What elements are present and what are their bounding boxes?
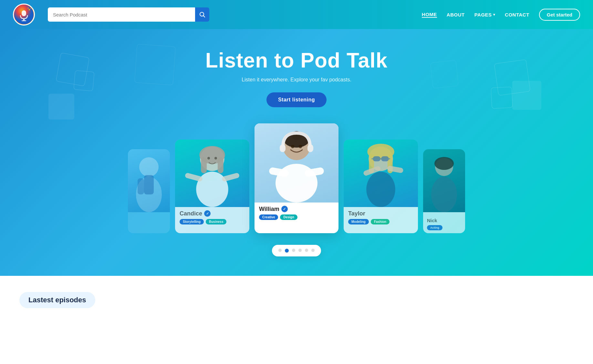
card-name-taylor: Taylor	[348, 210, 413, 217]
logo[interactable]	[13, 4, 35, 26]
nav-about[interactable]: ABOUT	[447, 12, 465, 17]
svg-line-9	[203, 16, 205, 17]
person-silhouette-nick	[423, 149, 465, 212]
svg-rect-38	[381, 156, 389, 161]
nav-pages[interactable]: PAGES ▾	[474, 12, 495, 17]
deco-square-4	[494, 59, 531, 96]
logo-circle	[13, 4, 35, 26]
podcast-card-william[interactable]: William ✓ Creative Design	[255, 123, 338, 233]
deco-square-1	[56, 53, 89, 86]
card-tags-candice: Storytelling Business	[180, 219, 245, 224]
svg-rect-16	[201, 157, 207, 173]
svg-rect-2	[22, 10, 26, 16]
card-image-taylor	[344, 140, 418, 207]
tag-design: Design	[280, 214, 297, 220]
person-silhouette-taylor	[344, 140, 418, 207]
svg-rect-4	[22, 20, 26, 21]
search-button[interactable]	[195, 7, 209, 22]
dot-2[interactable]	[285, 249, 289, 253]
svg-point-8	[200, 12, 204, 16]
card-image-william	[255, 123, 338, 203]
svg-rect-13	[138, 178, 144, 194]
chevron-down-icon: ▾	[493, 13, 495, 17]
svg-point-7	[30, 8, 31, 9]
card-info-william: William ✓ Creative Design	[255, 203, 338, 224]
dot-1[interactable]	[278, 249, 282, 252]
pagination-dots	[272, 245, 321, 256]
hero-section: Listen to Pod Talk Listen it everywhere.…	[0, 29, 593, 276]
svg-rect-19	[184, 172, 203, 182]
logo-icon	[14, 5, 34, 25]
person-silhouette-william	[255, 123, 338, 203]
svg-point-46	[434, 157, 454, 170]
deco-square-3	[48, 94, 74, 120]
dot-3[interactable]	[292, 249, 295, 252]
podcast-card-taylor[interactable]: Taylor Modeling Fashion	[344, 140, 418, 233]
svg-rect-27	[307, 144, 313, 152]
nav: HOME ABOUT PAGES ▾ CONTACT Get started	[422, 9, 580, 21]
svg-rect-20	[222, 172, 240, 182]
tag-creative: Creative	[259, 214, 278, 220]
latest-episodes-badge: Lastest episodes	[19, 292, 95, 308]
svg-rect-3	[23, 19, 25, 20]
tag-modeling: Modeling	[348, 219, 369, 224]
nav-contact[interactable]: CONTACT	[505, 12, 529, 17]
tag-fashion: Fashion	[371, 219, 390, 224]
podcast-cards-row: Candice ✓ Storytelling Business	[103, 123, 490, 233]
svg-rect-26	[280, 144, 286, 152]
header: HOME ABOUT PAGES ▾ CONTACT Get started	[0, 0, 593, 29]
svg-point-42	[366, 172, 395, 207]
person-silhouette-far-left	[128, 149, 170, 212]
dot-5[interactable]	[305, 249, 308, 252]
tag-storytelling: Storytelling	[180, 219, 204, 224]
card-tags-william: Creative Design	[259, 214, 334, 220]
svg-point-22	[214, 157, 217, 160]
svg-point-10	[139, 157, 159, 177]
verified-badge-candice: ✓	[204, 210, 211, 217]
search-input[interactable]	[48, 7, 195, 22]
svg-point-21	[207, 157, 210, 160]
deco-square-2	[73, 70, 94, 91]
card-image-far-left	[128, 149, 170, 212]
deco-square-6	[512, 81, 541, 110]
verified-badge-william: ✓	[281, 206, 288, 212]
card-info-candice: Candice ✓ Storytelling Business	[175, 207, 249, 233]
start-listening-button[interactable]: Start listening	[266, 92, 327, 107]
svg-rect-37	[373, 156, 380, 161]
svg-point-6	[28, 8, 29, 9]
podcast-card-nick[interactable]: Nick Acting	[423, 149, 465, 233]
bottom-section: Lastest episodes	[0, 276, 593, 324]
deco-square-5	[491, 87, 513, 109]
card-name-candice: Candice ✓	[180, 210, 245, 217]
nav-home[interactable]: HOME	[422, 12, 437, 18]
get-started-button[interactable]: Get started	[539, 9, 580, 21]
tag-acting: Acting	[427, 225, 442, 230]
dot-6[interactable]	[311, 249, 315, 252]
svg-rect-17	[218, 157, 224, 173]
tag-business: Business	[206, 219, 226, 224]
card-tags-taylor: Modeling Fashion	[348, 219, 413, 224]
card-name-nick: Nick	[427, 218, 461, 223]
card-name-william: William ✓	[259, 206, 334, 213]
dot-4[interactable]	[298, 249, 302, 252]
svg-rect-12	[144, 175, 154, 194]
card-tags-nick: Acting	[427, 225, 461, 230]
card-info-nick: Nick Acting	[423, 212, 465, 233]
hero-title: Listen to Pod Talk	[205, 48, 388, 72]
search-area	[48, 7, 209, 22]
podcast-card-far-left[interactable]	[128, 149, 170, 233]
svg-point-5	[29, 9, 30, 10]
search-icon	[199, 12, 205, 17]
svg-point-47	[431, 177, 457, 212]
person-silhouette-candice	[175, 140, 249, 207]
deco-square-8	[430, 60, 459, 88]
hero-subtitle: Listen it everywhere. Explore your fav p…	[242, 77, 351, 83]
card-image-nick	[423, 149, 465, 212]
card-image-candice	[175, 140, 249, 207]
card-info-taylor: Taylor Modeling Fashion	[344, 207, 418, 233]
deco-square-7	[134, 44, 176, 85]
podcast-card-candice[interactable]: Candice ✓ Storytelling Business	[175, 140, 249, 233]
